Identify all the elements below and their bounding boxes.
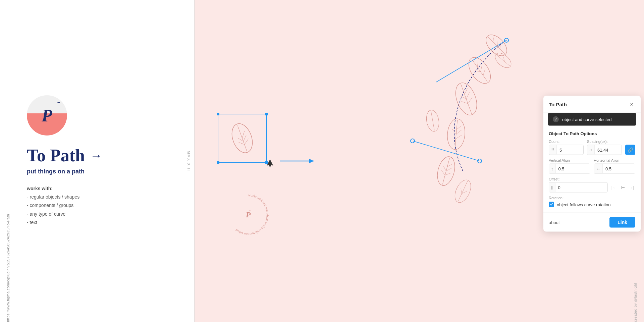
svg-line-24 [491,38,496,43]
svg-line-49 [442,166,447,171]
svg-line-23 [497,43,503,49]
flow-arrow [280,159,314,163]
svg-line-8 [243,139,250,145]
works-with-title: works with: [27,184,167,193]
subtitle: put things on a path [27,168,167,175]
horizontal-align-input[interactable] [603,164,635,173]
svg-line-43 [452,129,457,134]
spacing-group: Spacing(px): ⇹ [587,140,622,155]
vertical-align-label: Vertical Align [549,158,590,162]
svg-line-46 [446,167,452,172]
svg-point-25 [464,54,495,88]
svg-point-19 [478,159,482,163]
horizontal-align-group: Horizontal Align ↔ [594,158,635,174]
svg-line-34 [467,98,474,104]
count-spacing-row: Count: ⠿ Spacing(px): ⇹ 🔗 [549,140,635,155]
svg-marker-14 [309,159,314,163]
align-left-icon[interactable]: |← [610,184,618,191]
align-icons-group: |← ⊢ →| [610,184,635,191]
svg-rect-2 [265,113,268,115]
offset-input[interactable] [555,183,607,192]
logo-letter: P [42,106,52,125]
vertical-align-wrapper: ↕ [549,164,590,174]
link-action-button[interactable]: Link [609,217,635,228]
divider-text: MMXIX II [186,151,191,171]
align-row: Vertical Align ↕ Horizontal Align ↔ [549,158,635,174]
svg-line-57 [458,181,468,201]
svg-text:P: P [246,210,251,219]
count-input[interactable] [557,145,583,155]
svg-line-30 [475,68,481,74]
logo-circle: ⃗ P [27,95,67,136]
works-with-item-2: - components / groups [27,201,167,210]
svg-line-29 [475,61,481,67]
options-grid: Count: ⠿ Spacing(px): ⇹ 🔗 [543,140,641,174]
svg-point-20 [482,31,511,60]
works-with-item-4: - text [27,218,167,227]
svg-line-17 [413,141,480,161]
svg-line-58 [462,190,467,195]
options-title: Object To Path Options [543,130,641,140]
rotation-checkbox[interactable] [549,202,554,207]
svg-marker-12 [267,159,273,168]
svg-line-55 [431,111,434,130]
created-by: created by @lastnight [633,0,637,322]
svg-point-44 [434,155,458,187]
align-center-icon[interactable]: ⊢ [619,184,627,191]
status-check-icon: ✓ [553,116,559,122]
about-link[interactable]: about [549,220,560,225]
title-arrow-icon: → [90,149,102,163]
created-by-text: created by @lastnight [633,283,637,322]
svg-line-22 [494,40,500,46]
svg-line-21 [488,37,504,53]
url-bar: https://www.figma.com/c/plugin/751576264… [6,0,10,322]
svg-line-35 [463,89,469,94]
title-text: To Path [27,146,85,165]
svg-point-16 [504,38,508,42]
svg-line-47 [445,171,451,177]
url-text: https://www.figma.com/c/plugin/751576264… [6,214,10,322]
svg-line-33 [465,92,471,99]
rotation-section: Rotation: object follows curve rotation [543,196,641,207]
close-icon: × [630,101,634,108]
svg-point-54 [425,109,441,132]
svg-line-28 [481,69,487,75]
offset-input-wrapper: ||| [549,182,608,193]
offset-section: Offset: ||| |← ⊢ →| [543,177,641,193]
svg-line-45 [442,158,449,184]
svg-line-32 [461,84,472,114]
svg-line-11 [239,141,245,146]
count-label: Count: [549,140,584,144]
botanical-leaves [411,31,514,205]
selection-box-group [217,113,273,168]
horizontal-align-label: Horizontal Align [594,158,635,162]
svg-line-59 [459,189,464,194]
offset-icon: ||| [549,183,555,192]
svg-point-56 [452,177,474,205]
panel-header: To Path × [543,96,641,113]
svg-rect-3 [217,161,219,164]
svg-rect-4 [265,161,268,164]
spacing-input-wrapper: ⇹ [587,145,622,155]
svg-line-36 [460,94,466,101]
vertical-align-input[interactable] [556,164,590,173]
offset-row: ||| |← ⊢ →| [549,182,635,193]
spacing-input[interactable] [595,145,622,155]
canvas-area: works with text too whaat works with tex… [195,0,644,322]
svg-text:→: → [248,209,251,212]
panel-title: To Path [549,101,567,107]
status-bar: ✓ object and curve selected [548,113,636,126]
check-icon: ✓ [554,117,557,121]
svg-line-15 [436,40,506,82]
svg-line-48 [447,163,452,168]
spacing-icon: ⇹ [587,145,595,155]
left-content: ⃗ P To Path → put things on a path works… [7,0,194,322]
svg-line-27 [478,65,484,72]
vertical-align-icon: ↕ [549,164,556,173]
svg-point-38 [446,118,466,150]
works-with-item-1: - regular objects / shapes [27,193,167,201]
svg-line-9 [240,131,247,138]
spacing-label: Spacing(px): [587,140,622,144]
svg-point-51 [492,50,514,71]
left-panel: https://www.figma.com/c/plugin/751576264… [0,0,195,322]
